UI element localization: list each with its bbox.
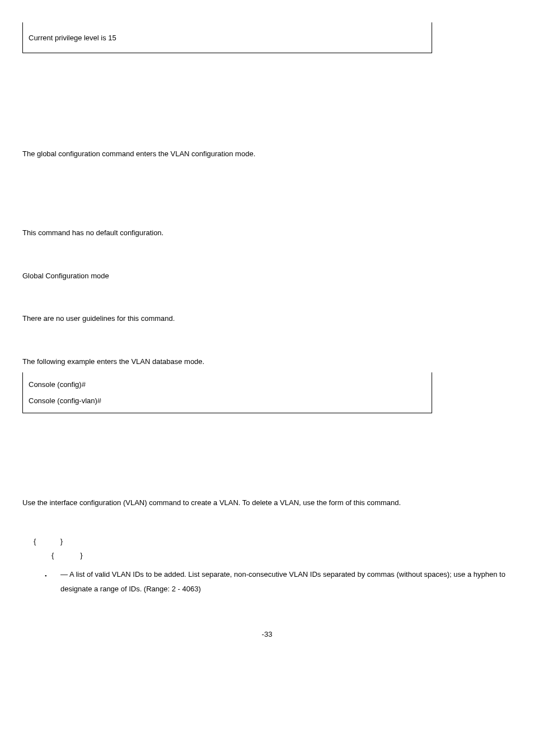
paragraph-mode: Global Configuration mode	[22, 270, 512, 282]
text-fragment: global configuration command enters the …	[37, 150, 255, 158]
page-content: Current privilege level is 15 The global…	[0, 0, 534, 661]
bullet-square-icon: ▪	[45, 567, 60, 596]
code-line: Console (config-vlan)#	[29, 396, 426, 405]
text-fragment: {	[51, 551, 54, 559]
syntax-line-2: { }	[51, 551, 512, 559]
page-number: -33	[22, 630, 512, 638]
syntax-line-1: { }	[34, 537, 512, 545]
paragraph-guidelines: There are no user guidelines for this co…	[22, 313, 512, 325]
code-line: Current privilege level is 15	[29, 34, 116, 42]
code-line: Console (config)#	[29, 380, 426, 389]
bullet-item: ▪ — A list of valid VLAN IDs to be added…	[45, 567, 512, 596]
text-fragment: form of this command.	[329, 498, 401, 507]
paragraph-vlan-cmd-desc: Use the interface configuration (VLAN) c…	[22, 497, 512, 509]
paragraph-vlan-db-desc: The global configuration command enters …	[22, 148, 512, 160]
text-fragment: }	[60, 537, 63, 545]
text-fragment: interface configuration (VLAN) command t…	[49, 498, 329, 507]
text-fragment: The	[22, 150, 37, 158]
text-fragment: }	[80, 551, 82, 559]
code-box-console: Console (config)# Console (config-vlan)#	[22, 372, 432, 413]
code-box-privilege: Current privilege level is 15	[22, 22, 432, 53]
paragraph-example-intro: The following example enters the VLAN da…	[22, 356, 512, 368]
bullet-text: — A list of valid VLAN IDs to be added. …	[60, 567, 512, 596]
paragraph-default-config: This command has no default configuratio…	[22, 227, 512, 239]
text-fragment: {	[34, 537, 36, 545]
text-fragment: Use the	[22, 498, 49, 507]
